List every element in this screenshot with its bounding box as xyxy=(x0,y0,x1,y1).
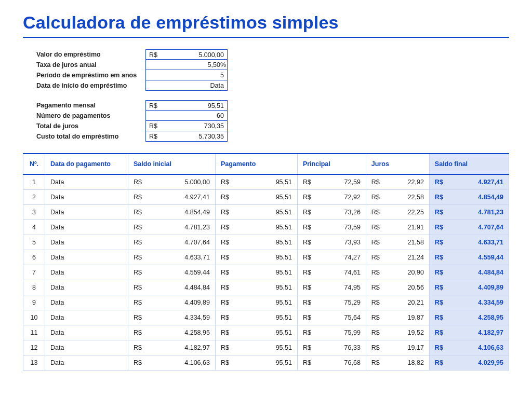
currency-label: R$ xyxy=(371,329,380,336)
loan-output-label: Total de juros xyxy=(36,121,145,131)
amount-value: 19,17 xyxy=(408,344,424,351)
loan-output-value-cell[interactable]: R$730,35 xyxy=(145,121,228,131)
amount-value: 4.854,49 xyxy=(478,194,503,201)
currency-label: R$ xyxy=(435,359,443,366)
row-number: 10 xyxy=(23,310,45,325)
loan-output-value-cell[interactable]: 60 xyxy=(145,111,228,121)
amount-value: 95,51 xyxy=(276,284,292,291)
money-cell: R$4.559,44 xyxy=(429,250,509,265)
currency-label: R$ xyxy=(303,179,311,186)
row-number: 7 xyxy=(23,265,45,280)
amortization-table: Nº.Data do pagamentoSaldo inicialPagamen… xyxy=(23,153,509,371)
currency-label: R$ xyxy=(221,359,229,366)
money-cell: R$76,33 xyxy=(297,340,366,355)
currency-label: R$ xyxy=(303,209,311,216)
money-cell: R$21,24 xyxy=(366,250,429,265)
money-cell: R$22,92 xyxy=(366,174,429,190)
amount-value: 75,64 xyxy=(344,314,361,321)
currency-label: R$ xyxy=(221,314,229,321)
currency-label: R$ xyxy=(371,284,380,291)
payment-date: Data xyxy=(45,235,128,250)
table-row: 11DataR$4.258,95R$95,51R$75,99R$19,52R$4… xyxy=(23,325,509,340)
currency-label: R$ xyxy=(303,194,311,201)
money-cell: R$95,51 xyxy=(215,235,297,250)
amount-value: 20,21 xyxy=(408,299,424,306)
payment-date: Data xyxy=(45,340,128,355)
currency-label: R$ xyxy=(371,269,380,276)
money-cell: R$73,26 xyxy=(297,205,366,220)
money-cell: R$4.484,84 xyxy=(128,280,216,295)
money-cell: R$95,51 xyxy=(215,280,297,295)
money-cell: R$95,51 xyxy=(215,174,297,190)
money-cell: R$4.409,89 xyxy=(128,295,216,310)
loan-output-value-cell[interactable]: R$95,51 xyxy=(145,100,228,111)
currency-label: R$ xyxy=(134,179,142,186)
loan-input-value-cell[interactable]: Data xyxy=(145,80,228,91)
payment-date: Data xyxy=(45,310,128,325)
amount-value: 4.484,84 xyxy=(478,269,503,276)
column-header: Nº. xyxy=(23,154,45,174)
amount-value: 4.927,41 xyxy=(478,179,503,186)
loan-output-row: Custo total do empréstimoR$5.730,35 xyxy=(36,131,509,142)
amount-value: 22,92 xyxy=(408,179,424,186)
payment-date: Data xyxy=(45,280,128,295)
row-number: 6 xyxy=(23,250,45,265)
currency-label: R$ xyxy=(303,314,311,321)
currency-label: R$ xyxy=(303,329,311,336)
money-cell: R$95,51 xyxy=(215,295,297,310)
loan-input-value: 5,50% xyxy=(149,60,227,70)
money-cell: R$72,59 xyxy=(297,174,366,190)
amount-value: 95,51 xyxy=(276,329,292,336)
loan-input-value-cell[interactable]: 5,50% xyxy=(145,60,228,70)
table-row: 5DataR$4.707,64R$95,51R$73,93R$21,58R$4.… xyxy=(23,235,509,250)
currency-label: R$ xyxy=(221,239,229,246)
currency-label: R$ xyxy=(371,254,380,261)
money-cell: R$4.927,41 xyxy=(128,190,216,205)
currency-label: R$ xyxy=(221,299,229,306)
loan-input-value-cell[interactable]: 5 xyxy=(145,70,228,80)
amount-value: 72,59 xyxy=(344,179,361,186)
row-number: 3 xyxy=(23,205,45,220)
money-cell: R$4.633,71 xyxy=(429,235,509,250)
amount-value: 4.334,59 xyxy=(478,299,503,306)
money-cell: R$4.106,63 xyxy=(128,355,216,371)
amount-value: 95,51 xyxy=(276,254,292,261)
loan-output-value-cell[interactable]: R$5.730,35 xyxy=(145,131,228,142)
currency-label: R$ xyxy=(134,284,142,291)
loan-input-value: 5 xyxy=(149,70,227,80)
loan-inputs-group: Valor do empréstimoR$5.000,00Taxa de jur… xyxy=(36,49,509,91)
currency-label: R$ xyxy=(435,344,443,351)
loan-input-value-cell[interactable]: R$5.000,00 xyxy=(145,49,228,60)
money-cell: R$4.258,95 xyxy=(128,325,216,340)
money-cell: R$95,51 xyxy=(215,250,297,265)
amount-value: 73,26 xyxy=(344,209,361,216)
money-cell: R$4.182,97 xyxy=(128,340,216,355)
table-row: 9DataR$4.409,89R$95,51R$75,29R$20,21R$4.… xyxy=(23,295,509,310)
currency-label: R$ xyxy=(134,224,142,231)
amount-value: 4.559,44 xyxy=(478,254,503,261)
currency-label: R$ xyxy=(146,101,157,110)
amount-value: 95,51 xyxy=(276,344,292,351)
money-cell: R$4.707,64 xyxy=(128,235,216,250)
currency-label: R$ xyxy=(134,344,142,351)
money-cell: R$18,82 xyxy=(366,355,429,371)
money-cell: R$22,58 xyxy=(366,190,429,205)
payment-date: Data xyxy=(45,325,128,340)
row-number: 5 xyxy=(23,235,45,250)
money-cell: R$19,52 xyxy=(366,325,429,340)
loan-input-row: Período de empréstimo em anos5 xyxy=(36,70,509,80)
money-cell: R$4.781,23 xyxy=(128,220,216,235)
amount-value: 95,51 xyxy=(276,239,292,246)
amount-value: 4.258,95 xyxy=(184,329,210,336)
loan-input-row: Valor do empréstimoR$5.000,00 xyxy=(36,49,509,60)
loan-input-value: 5.000,00 xyxy=(157,50,227,59)
currency-label: R$ xyxy=(435,329,443,336)
money-cell: R$4.334,59 xyxy=(128,310,216,325)
amount-value: 75,29 xyxy=(344,299,361,306)
money-cell: R$4.559,44 xyxy=(128,265,216,280)
currency-label: R$ xyxy=(221,254,229,261)
money-cell: R$19,17 xyxy=(366,340,429,355)
money-cell: R$4.409,89 xyxy=(429,280,509,295)
amount-value: 5.000,00 xyxy=(184,179,210,186)
amount-value: 4.781,23 xyxy=(478,209,503,216)
